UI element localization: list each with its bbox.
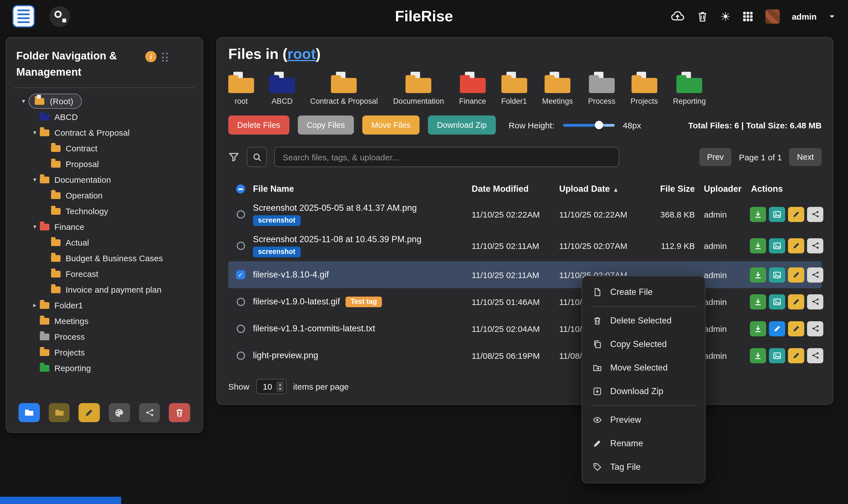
table-row[interactable]: Screenshot 2025-05-05 at 8.41.37 AM.pngs… — [228, 198, 822, 230]
select-all-checkbox[interactable] — [236, 184, 245, 193]
download-button[interactable] — [750, 294, 766, 309]
user-menu-chevron-icon[interactable] — [828, 13, 836, 20]
sidebar-item-folder[interactable]: Proposal — [14, 157, 195, 172]
share-button[interactable] — [807, 206, 823, 222]
table-row[interactable]: light-preview.png 11/08/25 06:19PM 11/08… — [228, 342, 822, 369]
preview-button[interactable] — [769, 238, 785, 253]
rename-button[interactable] — [788, 348, 804, 363]
preview-button[interactable] — [769, 206, 785, 222]
file-tag-badge[interactable]: screenshot — [253, 246, 300, 257]
rename-button[interactable] — [788, 238, 804, 253]
secondary-logo-icon[interactable] — [49, 6, 70, 26]
column-header-name[interactable]: File Name — [253, 184, 472, 194]
folder-color-button[interactable] — [109, 403, 130, 422]
context-menu-create-file[interactable]: Create File — [582, 280, 705, 304]
rename-button[interactable] — [788, 267, 804, 282]
expand-arrow-icon[interactable]: ▾ — [18, 98, 29, 105]
row-checkbox[interactable] — [236, 351, 245, 360]
share-folder-button[interactable] — [139, 403, 160, 422]
column-header-modified[interactable]: Date Modified — [472, 184, 559, 194]
file-name[interactable]: filerise-v1.9.0-latest.gif — [253, 296, 340, 307]
download-folder-button[interactable] — [49, 403, 70, 422]
row-checkbox[interactable] — [236, 324, 245, 333]
copy-files-button[interactable]: Copy Files — [298, 115, 354, 134]
select-spinner-icon[interactable]: ▲▼ — [277, 381, 283, 392]
file-name[interactable]: light-preview.png — [253, 350, 318, 360]
sidebar-item-folder[interactable]: Process — [14, 329, 195, 345]
light-mode-icon[interactable]: ☀ — [720, 11, 731, 22]
file-name[interactable]: Screenshot 2025-11-08 at 10.45.39 PM.png — [253, 234, 422, 244]
table-row[interactable]: filerise-v1.9.0-latest.gifTest tag 11/10… — [228, 288, 822, 315]
search-button[interactable] — [247, 147, 267, 167]
selected-folder-pill[interactable]: (Root) — [29, 94, 82, 109]
sidebar-item-folder[interactable]: Contract — [14, 141, 195, 157]
expand-arrow-icon[interactable]: ▸ — [30, 302, 40, 309]
slider-thumb[interactable] — [595, 121, 603, 129]
file-tag-badge[interactable]: Test tag — [346, 296, 382, 307]
sidebar-item-root[interactable]: ▾ (Root) — [14, 94, 195, 109]
preview-button[interactable] — [769, 294, 785, 309]
rename-button[interactable] — [788, 206, 804, 222]
folder-chip[interactable]: Process — [588, 72, 616, 105]
download-button[interactable] — [750, 348, 766, 363]
context-menu-copy-selected[interactable]: Copy Selected — [582, 332, 705, 356]
table-row-selected[interactable]: filerise-v1.8.10-4.gif 11/10/25 02:11AM … — [228, 261, 822, 288]
download-button[interactable] — [750, 238, 766, 253]
rename-folder-button[interactable] — [79, 403, 100, 422]
sidebar-item-folder[interactable]: Invoice and payment plan — [14, 282, 195, 298]
row-checkbox[interactable] — [236, 298, 245, 306]
sidebar-item-folder[interactable]: Operation — [14, 188, 195, 203]
context-menu-move-selected[interactable]: Move Selected — [582, 356, 705, 380]
delete-files-button[interactable]: Delete Files — [228, 115, 289, 134]
folder-chip[interactable]: Finance — [459, 72, 486, 105]
items-per-page-select[interactable]: 10▲▼ — [256, 379, 286, 394]
column-header-size[interactable]: File Size — [648, 184, 696, 194]
download-button[interactable] — [750, 321, 766, 336]
sidebar-item-folder[interactable]: Forecast — [14, 266, 195, 282]
preview-button[interactable] — [769, 348, 785, 363]
edit-button[interactable] — [769, 321, 785, 336]
filter-icon[interactable] — [228, 151, 240, 163]
sidebar-item-folder[interactable]: Budget & Business Cases — [14, 251, 195, 266]
row-height-slider[interactable] — [563, 124, 614, 126]
context-menu-rename[interactable]: Rename — [582, 432, 705, 455]
context-menu-tag-file[interactable]: Tag File — [582, 455, 705, 479]
sidebar-item-folder[interactable]: Actual — [14, 235, 195, 251]
root-link[interactable]: root — [287, 46, 316, 62]
download-zip-button[interactable]: Download Zip — [428, 115, 495, 134]
sidebar-item-folder[interactable]: ABCD — [14, 109, 195, 125]
trash-icon[interactable] — [696, 11, 708, 22]
row-checkbox-checked[interactable] — [236, 270, 245, 279]
table-row[interactable]: Screenshot 2025-11-08 at 10.45.39 PM.png… — [228, 230, 822, 261]
table-row[interactable]: filerise-v1.9.1-commits-latest.txt 11/10… — [228, 315, 822, 342]
share-button[interactable] — [807, 267, 823, 282]
folder-chip[interactable]: Projects — [630, 72, 658, 105]
sidebar-item-folder[interactable]: ▸Folder1 — [14, 298, 195, 313]
sidebar-item-folder[interactable]: Technology — [14, 203, 195, 219]
apps-grid-icon[interactable] — [743, 11, 753, 22]
download-button[interactable] — [750, 206, 766, 222]
expand-arrow-icon[interactable]: ▾ — [30, 176, 40, 184]
rename-button[interactable] — [788, 294, 804, 309]
folder-chip[interactable]: Documentation — [393, 72, 444, 105]
row-checkbox[interactable] — [236, 241, 245, 250]
folder-chip[interactable]: root — [228, 72, 254, 105]
share-button[interactable] — [807, 294, 823, 309]
context-menu-delete-selected[interactable]: Delete Selected — [582, 309, 705, 332]
move-files-button[interactable]: Move Files — [362, 115, 420, 134]
folder-chip[interactable]: ABCD — [269, 72, 295, 105]
share-button[interactable] — [807, 238, 823, 253]
search-input[interactable] — [274, 147, 619, 167]
folder-chip[interactable]: Contract & Proposal — [310, 72, 378, 105]
folder-chip[interactable]: Folder1 — [501, 72, 527, 105]
rename-button[interactable] — [788, 321, 804, 336]
next-page-button[interactable]: Next — [789, 148, 822, 166]
preview-button[interactable] — [769, 267, 785, 282]
file-name[interactable]: filerise-v1.8.10-4.gif — [253, 270, 329, 280]
expand-arrow-icon[interactable]: ▾ — [30, 129, 40, 137]
share-button[interactable] — [807, 348, 823, 363]
sidebar-item-folder[interactable]: ▾Finance — [14, 219, 195, 235]
column-header-uploaded[interactable]: Upload Date▲ — [559, 184, 648, 194]
info-icon[interactable]: i — [145, 51, 157, 62]
folder-chip[interactable]: Reporting — [673, 72, 706, 105]
